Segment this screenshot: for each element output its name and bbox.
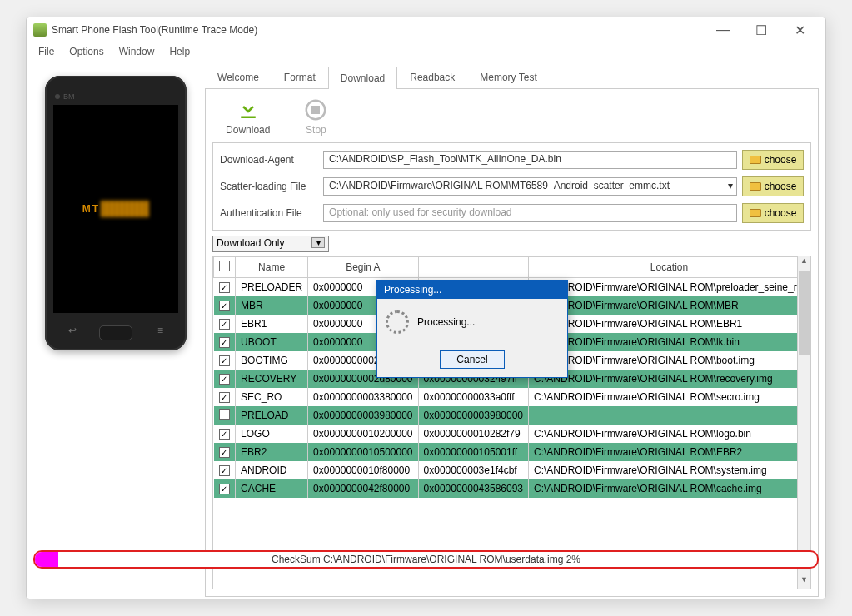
tab-welcome[interactable]: Welcome xyxy=(205,66,272,88)
cell-location: C:\ANDROID\Firmware\ORIGINAL ROM\boot.im… xyxy=(529,351,810,370)
cell-end: 0x0000000043586093 xyxy=(418,479,528,498)
cell-end: 0x000000003e1f4cbf xyxy=(418,461,528,479)
phone-brand-text: MT xyxy=(82,201,149,217)
close-button[interactable]: ✕ xyxy=(780,17,819,42)
row-checkbox[interactable]: ✓ xyxy=(219,337,230,348)
scatter-label: Scatter-loading File xyxy=(220,181,318,192)
cell-name: PRELOAD xyxy=(236,406,308,425)
cell-name: PRELOADER xyxy=(236,278,308,296)
app-icon xyxy=(33,23,47,37)
header-end[interactable] xyxy=(418,257,528,278)
menu-file[interactable]: File xyxy=(32,44,61,59)
cell-location: C:\ANDROID\Firmware\ORIGINAL ROM\recover… xyxy=(529,370,810,388)
cell-location: C:\ANDROID\Firmware\ORIGINAL ROM\logo.bi… xyxy=(529,425,810,443)
grid-scrollbar[interactable]: ▲▼ xyxy=(797,256,810,589)
row-checkbox[interactable] xyxy=(219,409,230,420)
da-choose-button[interactable]: choose xyxy=(742,150,804,170)
cell-begin: 0x0000000003380000 xyxy=(308,388,418,406)
auth-choose-button[interactable]: choose xyxy=(742,203,804,223)
header-check[interactable] xyxy=(214,257,236,278)
download-arrow-icon xyxy=(236,97,261,122)
row-checkbox[interactable]: ✓ xyxy=(219,465,230,476)
auth-field[interactable]: Optional: only used for security downloa… xyxy=(323,204,737,222)
tab-download[interactable]: Download xyxy=(328,67,397,89)
tab-readback[interactable]: Readback xyxy=(397,66,467,88)
phone-mock: BM MT ↩ ≡ xyxy=(45,76,187,350)
cell-name: ANDROID xyxy=(236,461,308,479)
cell-name: UBOOT xyxy=(236,333,308,351)
minimize-button[interactable]: — xyxy=(704,17,742,42)
cell-name: EBR1 xyxy=(236,315,308,333)
header-location[interactable]: Location xyxy=(529,257,810,278)
row-checkbox[interactable]: ✓ xyxy=(219,355,230,366)
cell-name: SEC_RO xyxy=(236,388,308,406)
menu-window[interactable]: Window xyxy=(112,44,162,59)
cell-name: EBR2 xyxy=(236,443,308,461)
dialog-cancel-button[interactable]: Cancel xyxy=(440,350,505,369)
dialog-message: Processing... xyxy=(417,316,475,328)
cell-name: RECOVERY xyxy=(236,370,308,388)
spinner-icon xyxy=(386,310,409,334)
tab-format[interactable]: Format xyxy=(272,66,328,88)
header-name[interactable]: Name xyxy=(236,257,308,278)
cell-location: C:\ANDROID\Firmware\ORIGINAL ROM\preload… xyxy=(529,278,810,296)
app-window: Smart Phone Flash Tool(Runtime Trace Mod… xyxy=(26,17,826,599)
menu-options[interactable]: Options xyxy=(62,44,110,59)
cell-end: 0x00000000033a0fff xyxy=(418,388,528,406)
cell-begin: 0x0000000010200000 xyxy=(308,425,418,443)
cell-location: C:\ANDROID\Firmware\ORIGINAL ROM\cache.i… xyxy=(529,479,810,498)
folder-icon xyxy=(750,156,761,164)
row-checkbox[interactable]: ✓ xyxy=(219,319,230,330)
progress-bar: CheckSum C:\ANDROID\Firmware\ORIGINAL RO… xyxy=(33,550,819,569)
download-button[interactable]: Download xyxy=(226,97,270,136)
da-field[interactable]: C:\ANDROID\SP_Flash_Tool\MTK_AllInOne_DA… xyxy=(323,151,737,169)
titlebar: Smart Phone Flash Tool(Runtime Trace Mod… xyxy=(27,17,825,42)
table-row[interactable]: ✓LOGO0x00000000102000000x0000000010282f7… xyxy=(214,425,810,443)
download-mode-combo[interactable]: Download Only xyxy=(212,236,329,252)
folder-icon xyxy=(750,209,761,217)
cell-end: 0x00000000105001ff xyxy=(418,443,528,461)
phone-preview-pane: BM MT ↩ ≡ xyxy=(27,61,205,599)
row-checkbox[interactable]: ✓ xyxy=(219,447,230,458)
cell-name: CACHE xyxy=(236,479,308,498)
table-row[interactable]: PRELOAD0x00000000039800000x0000000003980… xyxy=(214,406,810,425)
table-row[interactable]: ✓SEC_RO0x00000000033800000x00000000033a0… xyxy=(214,388,810,406)
header-begin[interactable]: Begin A xyxy=(308,257,418,278)
row-checkbox[interactable]: ✓ xyxy=(219,374,230,385)
cell-location: C:\ANDROID\Firmware\ORIGINAL ROM\lk.bin xyxy=(529,333,810,351)
cell-begin: 0x0000000010500000 xyxy=(308,443,418,461)
cell-name: LOGO xyxy=(236,425,308,443)
dialog-title: Processing... xyxy=(377,281,567,299)
cell-location: C:\ANDROID\Firmware\ORIGINAL ROM\EBR1 xyxy=(529,315,810,333)
cell-location xyxy=(529,406,810,425)
menu-help[interactable]: Help xyxy=(162,44,197,59)
svg-rect-1 xyxy=(311,106,320,114)
table-row[interactable]: ✓ANDROID0x0000000010f800000x000000003e1f… xyxy=(214,461,810,479)
phone-back-icon: ↩ xyxy=(68,325,77,336)
tab-memory-test[interactable]: Memory Test xyxy=(467,66,549,88)
tab-strip: Welcome Format Download Readback Memory … xyxy=(205,66,819,89)
da-label: Download-Agent xyxy=(220,154,318,166)
cell-begin: 0x0000000042f80000 xyxy=(308,479,418,498)
row-checkbox[interactable]: ✓ xyxy=(219,282,230,293)
stop-button[interactable]: Stop xyxy=(303,97,328,136)
auth-label: Authentication File xyxy=(220,207,318,219)
table-row[interactable]: ✓EBR20x00000000105000000x00000000105001f… xyxy=(214,443,810,461)
scatter-field[interactable]: C:\ANDROID\Firmware\ORIGINAL ROM\MT6589_… xyxy=(323,177,737,196)
file-form: Download-Agent C:\ANDROID\SP_Flash_Tool\… xyxy=(212,142,811,231)
cell-end: 0x0000000010282f79 xyxy=(418,425,528,443)
progress-text: CheckSum C:\ANDROID\Firmware\ORIGINAL RO… xyxy=(35,554,817,565)
row-checkbox[interactable]: ✓ xyxy=(219,484,230,494)
table-row[interactable]: ✓CACHE0x0000000042f800000x00000000435860… xyxy=(214,479,810,498)
cell-name: BOOTIMG xyxy=(236,351,308,370)
row-checkbox[interactable]: ✓ xyxy=(219,429,230,440)
row-checkbox[interactable]: ✓ xyxy=(219,392,230,403)
stop-icon xyxy=(303,97,328,122)
menubar: File Options Window Help xyxy=(27,42,825,61)
folder-icon xyxy=(750,182,761,191)
row-checkbox[interactable]: ✓ xyxy=(219,301,230,311)
maximize-button[interactable]: ☐ xyxy=(742,17,780,42)
phone-menu-icon: ≡ xyxy=(157,325,163,336)
cell-begin: 0x0000000003980000 xyxy=(308,406,418,425)
scatter-choose-button[interactable]: choose xyxy=(742,176,804,196)
